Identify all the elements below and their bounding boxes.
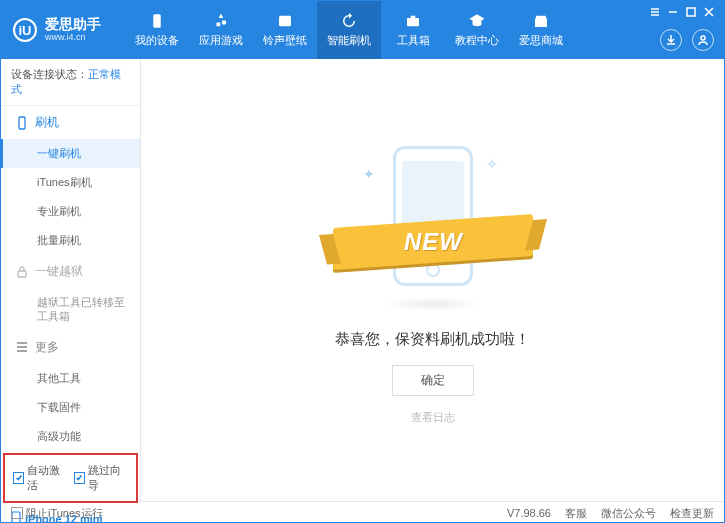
sidebar: 设备连接状态：正常模式 刷机 一键刷机 iTunes刷机 专业刷机 批量刷机 一… [1,59,141,501]
apps-icon [212,12,230,30]
check-update-link[interactable]: 检查更新 [670,506,714,521]
sidebar-item-download-firmware[interactable]: 下载固件 [3,393,140,422]
sidebar-section-more[interactable]: 更多 [3,331,140,364]
ok-button[interactable]: 确定 [392,365,474,396]
main-nav: 我的设备 应用游戏 铃声壁纸 智能刷机 工具箱 教程中心 爱思商城 [125,1,573,59]
window-controls [648,5,716,19]
toolbox-icon [404,12,422,30]
app-url: www.i4.cn [45,33,101,43]
sidebar-item-advanced[interactable]: 高级功能 [3,422,140,451]
logo-area: iU 爱思助手 www.i4.cn [1,17,113,42]
sidebar-section-flash[interactable]: 刷机 [3,106,140,139]
main-content: ✦✧+✦ NEW 恭喜您，保资料刷机成功啦！ 确定 查看日志 [141,59,724,501]
options-highlight: 自动激活 跳过向导 [3,453,138,503]
svg-rect-0 [153,14,161,28]
device-status: 设备连接状态：正常模式 [1,59,140,106]
nav-ringtones[interactable]: 铃声壁纸 [253,1,317,59]
header-actions [660,29,714,51]
nav-toolbox[interactable]: 工具箱 [381,1,445,59]
svg-rect-7 [18,271,26,277]
svg-rect-4 [687,8,695,16]
menu-icon[interactable] [648,5,662,19]
svg-rect-2 [407,18,419,26]
svg-rect-3 [411,16,416,18]
logo-icon: iU [13,18,37,42]
checkbox-auto-activate[interactable]: 自动激活 [13,463,68,493]
phone-icon [148,12,166,30]
sidebar-item-batch-flash[interactable]: 批量刷机 [3,226,140,255]
sidebar-item-itunes-flash[interactable]: iTunes刷机 [3,168,140,197]
user-button[interactable] [692,29,714,51]
view-log-link[interactable]: 查看日志 [411,410,455,425]
sidebar-item-oneclick-flash[interactable]: 一键刷机 [1,139,140,168]
checkbox-skip-guide[interactable]: 跳过向导 [74,463,129,493]
checkbox-block-itunes[interactable]: 阻止iTunes运行 [11,506,103,521]
nav-smart-flash[interactable]: 智能刷机 [317,1,381,59]
success-message: 恭喜您，保资料刷机成功啦！ [335,330,530,349]
refresh-icon [340,12,358,30]
mall-icon [532,12,550,30]
jailbreak-note: 越狱工具已转移至工具箱 [3,288,140,331]
nav-my-device[interactable]: 我的设备 [125,1,189,59]
wechat-link[interactable]: 微信公众号 [601,506,656,521]
close-button[interactable] [702,5,716,19]
app-header: iU 爱思助手 www.i4.cn 我的设备 应用游戏 铃声壁纸 智能刷机 工具… [1,1,724,59]
download-button[interactable] [660,29,682,51]
customer-service-link[interactable]: 客服 [565,506,587,521]
menu-icon [15,340,29,354]
graduation-icon [468,12,486,30]
maximize-button[interactable] [684,5,698,19]
app-title: 爱思助手 [45,17,101,32]
phone-icon [15,116,29,130]
success-illustration: ✦✧+✦ NEW [343,136,523,306]
lock-icon [15,265,29,279]
version-label: V7.98.66 [507,507,551,519]
sidebar-item-pro-flash[interactable]: 专业刷机 [3,197,140,226]
nav-mall[interactable]: 爱思商城 [509,1,573,59]
svg-point-5 [701,36,705,40]
sidebar-section-jailbreak[interactable]: 一键越狱 [3,255,140,288]
ribbon-text: NEW [403,228,462,256]
nav-tutorials[interactable]: 教程中心 [445,1,509,59]
wallpaper-icon [276,12,294,30]
minimize-button[interactable] [666,5,680,19]
svg-rect-1 [279,16,291,27]
nav-apps-games[interactable]: 应用游戏 [189,1,253,59]
sidebar-item-other-tools[interactable]: 其他工具 [3,364,140,393]
svg-rect-6 [19,117,25,129]
